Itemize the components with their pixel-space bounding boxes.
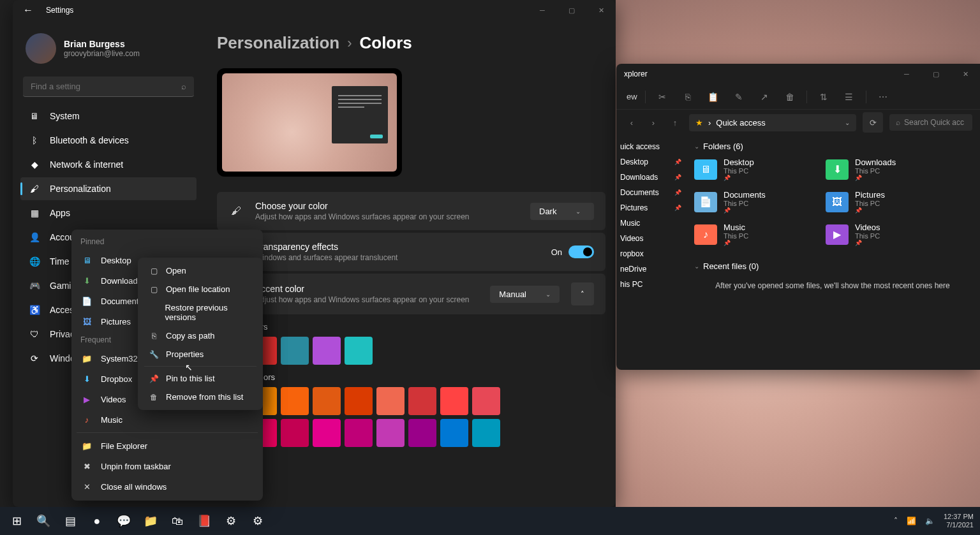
- explorer-nav-item[interactable]: Music: [616, 216, 685, 231]
- nav-item-apps[interactable]: ▦Apps: [20, 202, 197, 224]
- color-swatch[interactable]: [281, 419, 309, 447]
- color-swatch[interactable]: [440, 387, 468, 415]
- context-menu-item[interactable]: ▢Open: [142, 261, 259, 280]
- new-button[interactable]: ew: [627, 92, 637, 101]
- folder-item[interactable]: ▶ VideosThis PC📌: [826, 223, 940, 246]
- context-menu-item[interactable]: Restore previous versions: [142, 298, 259, 326]
- explorer-nav-item[interactable]: Videos: [616, 231, 685, 246]
- close-button[interactable]: ✕: [586, 0, 616, 20]
- clock[interactable]: 12:37 PM 7/1/2021: [944, 513, 974, 529]
- folder-item[interactable]: ⬇ DownloadsThis PC📌: [826, 158, 940, 181]
- sort-icon[interactable]: ⇅: [815, 88, 833, 106]
- context-menu-item[interactable]: 🗑Remove from this list: [142, 388, 259, 406]
- folder-item[interactable]: ♪ MusicThis PC📌: [694, 223, 809, 246]
- explorer-search[interactable]: ⌕ Search Quick acc: [889, 114, 972, 131]
- taskbar-icon[interactable]: 📁: [139, 509, 162, 532]
- expand-button[interactable]: ˄: [571, 282, 594, 305]
- taskbar-icon[interactable]: ●: [85, 509, 108, 532]
- copy-icon[interactable]: ⎘: [679, 88, 697, 106]
- taskbar-icon[interactable]: ⊞: [5, 509, 28, 532]
- taskbar-icon[interactable]: ⚙: [246, 509, 269, 532]
- explorer-nav-item[interactable]: uick access: [616, 139, 685, 154]
- color-swatch[interactable]: [472, 387, 500, 415]
- color-swatch[interactable]: [345, 419, 373, 447]
- minimize-button[interactable]: ─: [528, 0, 557, 20]
- taskbar-icon[interactable]: 📕: [193, 509, 216, 532]
- nav-item-personalization[interactable]: 🖌Personalization: [20, 177, 197, 200]
- explorer-nav-item[interactable]: Desktop📌: [616, 154, 685, 170]
- share-icon[interactable]: ↗: [755, 88, 773, 106]
- context-menu-item[interactable]: ⎘Copy as path: [142, 326, 259, 345]
- nav-forward-button[interactable]: ›: [646, 118, 661, 128]
- color-swatch[interactable]: [472, 419, 500, 447]
- transparency-row[interactable]: ◩ Transparency effects Windows and surfa…: [217, 233, 605, 271]
- taskbar-icon[interactable]: 💬: [112, 509, 135, 532]
- search-field[interactable]: [31, 82, 181, 91]
- search-input[interactable]: ⌕: [23, 77, 194, 97]
- more-icon[interactable]: ⋯: [874, 88, 892, 106]
- back-button[interactable]: ←: [20, 3, 36, 18]
- explorer-nav-item[interactable]: Downloads📌: [616, 170, 685, 185]
- color-swatch[interactable]: [345, 337, 373, 365]
- color-swatch[interactable]: [408, 387, 436, 415]
- minimize-button[interactable]: ─: [892, 64, 921, 84]
- explorer-nav-item[interactable]: ropbox: [616, 246, 685, 261]
- recent-files-header[interactable]: ⌄ Recent files (0): [694, 261, 971, 271]
- explorer-nav-item[interactable]: Documents📌: [616, 185, 685, 200]
- context-menu-item[interactable]: ▢Open file location: [142, 280, 259, 298]
- taskbar-icon[interactable]: ⚙: [219, 509, 242, 532]
- color-swatch[interactable]: [376, 419, 405, 447]
- color-swatch[interactable]: [376, 387, 405, 415]
- maximize-button[interactable]: ▢: [921, 64, 951, 84]
- color-mode-dropdown[interactable]: Dark ⌄: [530, 203, 594, 220]
- transparency-toggle[interactable]: [568, 246, 594, 258]
- maximize-button[interactable]: ▢: [557, 0, 586, 20]
- rename-icon[interactable]: ✎: [730, 88, 748, 106]
- jumplist-item[interactable]: 📁File Explorer: [71, 436, 263, 456]
- accent-color-row[interactable]: Accent color Adjust how apps and Windows…: [217, 274, 605, 314]
- breadcrumb-parent[interactable]: Personalization: [217, 33, 339, 53]
- address-box[interactable]: ★ › Quick access ⌄: [689, 114, 856, 131]
- nav-back-button[interactable]: ‹: [624, 118, 639, 128]
- explorer-window: xplorer ─ ▢ ✕ ew ✂ ⎘ 📋 ✎ ↗ 🗑 ⇅ ☰ ⋯ ‹ › ↑…: [616, 64, 980, 370]
- close-button[interactable]: ✕: [951, 64, 980, 84]
- volume-icon[interactable]: 🔈: [925, 517, 935, 525]
- choose-color-row[interactable]: 🖌 Choose your color Adjust how apps and …: [217, 192, 605, 230]
- color-swatch[interactable]: [281, 337, 309, 365]
- color-swatch[interactable]: [408, 419, 436, 447]
- explorer-nav-item[interactable]: Pictures📌: [616, 200, 685, 216]
- folders-section-header[interactable]: ⌄ Folders (6): [694, 142, 971, 151]
- color-swatch[interactable]: [440, 419, 468, 447]
- view-icon[interactable]: ☰: [840, 88, 858, 106]
- context-menu-item[interactable]: 🔧Properties: [142, 345, 259, 363]
- nav-item-system[interactable]: 🖥System: [20, 105, 197, 128]
- explorer-nav-item[interactable]: his PC: [616, 277, 685, 292]
- refresh-button[interactable]: ⟳: [863, 112, 883, 133]
- nav-item-bluetooth-devices[interactable]: ᛒBluetooth & devices: [20, 129, 197, 152]
- color-swatch[interactable]: [281, 387, 309, 415]
- taskbar-icon[interactable]: 🔍: [32, 509, 55, 532]
- profile-block[interactable]: Brian Burgess groovybrian@live.com: [18, 28, 199, 69]
- folder-item[interactable]: 🖥 DesktopThis PC📌: [694, 158, 809, 181]
- folder-item[interactable]: 🖼 PicturesThis PC📌: [826, 190, 940, 214]
- color-swatch[interactable]: [313, 337, 341, 365]
- taskbar-icon[interactable]: 🛍: [166, 509, 189, 532]
- color-swatch[interactable]: [313, 419, 341, 447]
- taskbar-icon[interactable]: ▤: [59, 509, 82, 532]
- paste-icon[interactable]: 📋: [704, 88, 722, 106]
- delete-icon[interactable]: 🗑: [781, 88, 799, 106]
- jumplist-item[interactable]: ♪Music: [71, 409, 263, 430]
- context-menu-item[interactable]: 📌Pin to this list: [142, 369, 259, 388]
- color-swatch[interactable]: [345, 387, 373, 415]
- network-icon[interactable]: 📶: [907, 517, 916, 525]
- color-swatch[interactable]: [313, 387, 341, 415]
- folder-item[interactable]: 📄 DocumentsThis PC📌: [694, 190, 809, 214]
- nav-item-network-internet[interactable]: ◆Network & internet: [20, 153, 197, 176]
- jumplist-item[interactable]: ✖Unpin from taskbar: [71, 456, 263, 476]
- cut-icon[interactable]: ✂: [653, 88, 671, 106]
- accent-mode-dropdown[interactable]: Manual ⌄: [490, 286, 560, 303]
- nav-up-button[interactable]: ↑: [667, 118, 683, 128]
- explorer-nav-item[interactable]: neDrive: [616, 261, 685, 277]
- tray-overflow-icon[interactable]: ˄: [894, 517, 898, 525]
- jumplist-item[interactable]: ✕Close all windows: [71, 476, 263, 497]
